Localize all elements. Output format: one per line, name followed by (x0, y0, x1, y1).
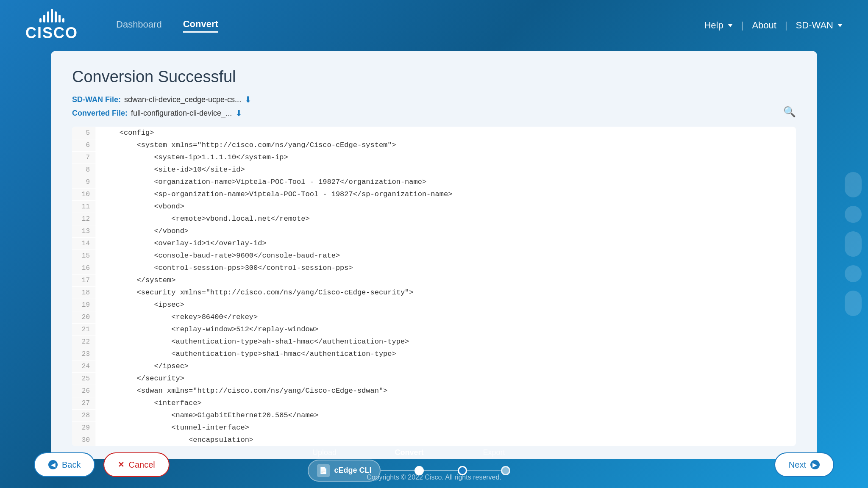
line-number: 8 (72, 164, 95, 176)
line-content: </system> (95, 274, 796, 286)
logo-bar-1 (39, 18, 42, 22)
line-number: 21 (72, 324, 95, 336)
table-row: 21 <replay-window>512</replay-window> (72, 323, 796, 336)
line-content: <vbond> (95, 200, 796, 213)
line-number: 11 (72, 201, 95, 213)
nav-links: Dashboard Convert (116, 19, 704, 33)
nav-link-dashboard[interactable]: Dashboard (116, 19, 162, 32)
line-number: 22 (72, 336, 95, 348)
cancel-icon: ✕ (118, 460, 124, 469)
logo-bar-6 (58, 15, 61, 22)
line-number: 25 (72, 373, 95, 385)
logo-area: CiSCo (25, 9, 82, 42)
next-button[interactable]: Next ▶ (774, 452, 834, 477)
back-button[interactable]: ◀ Back (34, 452, 95, 477)
line-number: 17 (72, 274, 95, 286)
line-content: <overlay-id>1</overlay-id> (95, 237, 796, 250)
line-content: <config> (95, 127, 796, 139)
table-row: 6 <system xmlns="http://cisco.com/ns/yan… (72, 139, 796, 151)
side-blob-4 (845, 265, 862, 282)
table-row: 7 <system-ip>1.1.1.10</system-ip> (72, 151, 796, 164)
connector-3 (467, 470, 501, 471)
line-content: <tunnel-interface> (95, 421, 796, 434)
logo-bar-2 (43, 15, 45, 22)
line-content: <sp-organization-name>Viptela-POC-Tool -… (95, 188, 796, 200)
step-label-convert: Convert (388, 448, 430, 457)
line-content: <site-id>10</site-id> (95, 164, 796, 176)
help-chevron-icon (728, 24, 733, 27)
connector-2 (424, 470, 458, 471)
line-number: 24 (72, 360, 95, 372)
side-blob-2 (845, 206, 862, 223)
main-card: Conversion Successful SD-WAN File: sdwan… (51, 51, 817, 459)
table-row: 15 <console-baud-rate>9600</console-baud… (72, 250, 796, 262)
code-viewer: 5 <config>6 <system xmlns="http://cisco.… (72, 127, 796, 446)
line-content: <rekey>86400</rekey> (95, 311, 796, 323)
navbar: CiSCo Dashboard Convert Help | About | S… (0, 0, 868, 51)
line-content: <organization-name>Viptela-POC-Tool - 19… (95, 176, 796, 188)
line-content: <replay-window>512</replay-window> (95, 323, 796, 336)
sdwan-file-row: SD-WAN File: sdwan-cli-device_cedge-ucpe… (72, 94, 796, 105)
table-row: 24 </ipsec> (72, 360, 796, 372)
line-number: 28 (72, 410, 95, 421)
table-row: 5 <config> (72, 127, 796, 139)
logo-bar-3 (47, 11, 49, 22)
sdwan-download-icon[interactable]: ⬇ (245, 94, 252, 105)
line-content: <authentication-type>sha1-hmac</authenti… (95, 348, 796, 360)
line-content: <sdwan xmlns="http://cisco.com/ns/yang/C… (95, 385, 796, 397)
line-number: 7 (72, 152, 95, 164)
search-icon[interactable]: 🔍 (783, 106, 796, 118)
sdwan-chevron-icon (837, 24, 843, 27)
nav-about[interactable]: About (752, 20, 776, 31)
line-content: <console-baud-rate>9600</console-baud-ra… (95, 250, 796, 262)
line-content: <security xmlns="http://cisco.com/ns/yan… (95, 286, 796, 299)
table-row: 12 <remote>vbond.local.net</remote> (72, 213, 796, 225)
cisco-logo-text: CiSCo (25, 24, 78, 42)
sdwan-file-name: sdwan-cli-device_cedge-ucpe-cs... (124, 95, 241, 104)
line-number: 12 (72, 213, 95, 225)
cancel-button[interactable]: ✕ Cancel (103, 452, 169, 477)
line-content: <name>GigabitEthernet20.585</name> (95, 409, 796, 421)
back-icon: ◀ (48, 460, 58, 469)
line-number: 15 (72, 250, 95, 262)
nav-link-convert[interactable]: Convert (183, 19, 218, 33)
table-row: 11 <vbond> (72, 200, 796, 213)
line-content: <authentication-type>ah-sha1-hmac</authe… (95, 336, 796, 348)
converted-file-row: Converted File: full-configuration-cli-d… (72, 108, 796, 118)
table-row: 8 <site-id>10</site-id> (72, 164, 796, 176)
connector-1 (381, 470, 415, 471)
table-row: 17 </system> (72, 274, 796, 286)
page-title: Conversion Successful (72, 68, 796, 86)
nav-help[interactable]: Help (704, 20, 732, 31)
line-number: 13 (72, 225, 95, 237)
converted-download-icon[interactable]: ⬇ (235, 108, 242, 118)
nav-divider-1: | (741, 20, 744, 31)
sdwan-file-label: SD-WAN File: (72, 95, 121, 104)
nav-right: Help | About | SD-WAN (704, 20, 843, 31)
line-number: 18 (72, 287, 95, 299)
table-row: 25 </security> (72, 372, 796, 385)
step-label-upload: Upload (303, 448, 345, 457)
table-row: 20 <rekey>86400</rekey> (72, 311, 796, 323)
nav-divider-2: | (785, 20, 787, 31)
table-row: 23 <authentication-type>sha1-hmac</authe… (72, 348, 796, 360)
logo-bar-7 (62, 18, 64, 22)
logo-bar-4 (51, 9, 53, 22)
line-content: <remote>vbond.local.net</remote> (95, 213, 796, 225)
converted-file-label: Converted File: (72, 109, 128, 118)
line-number: 26 (72, 385, 95, 397)
side-blob-5 (845, 291, 862, 316)
table-row: 29 <tunnel-interface> (72, 421, 796, 434)
logo-bar-5 (55, 11, 57, 22)
table-row: 18 <security xmlns="http://cisco.com/ns/… (72, 286, 796, 299)
table-row: 16 <control-session-pps>300</control-ses… (72, 262, 796, 274)
step-label-export: Export (473, 448, 515, 457)
line-number: 5 (72, 127, 95, 139)
line-content: <interface> (95, 397, 796, 409)
next-icon: ▶ (810, 460, 820, 469)
line-content: <system-ip>1.1.1.10</system-ip> (95, 151, 796, 164)
table-row: 13 </vbond> (72, 225, 796, 237)
table-row: 28 <name>GigabitEthernet20.585</name> (72, 409, 796, 421)
side-blob-1 (845, 172, 862, 197)
nav-sdwan[interactable]: SD-WAN (796, 20, 843, 31)
